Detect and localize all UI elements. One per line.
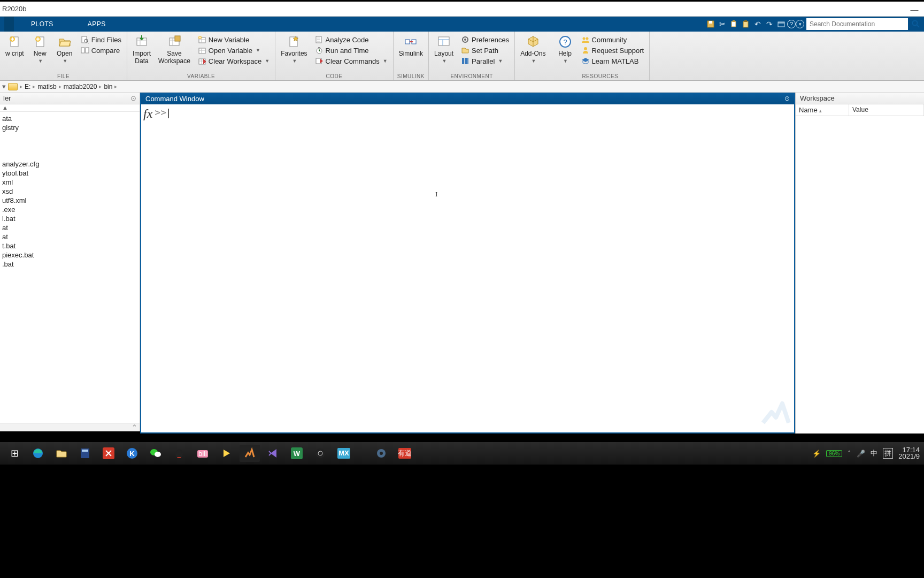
copy-icon[interactable] (728, 18, 740, 30)
list-item[interactable]: .bat (1, 260, 140, 269)
list-item[interactable] (1, 132, 140, 141)
path-seg-1[interactable]: matlsb (37, 83, 56, 90)
simulink-button[interactable]: Simulink (397, 34, 425, 57)
import-data-button[interactable]: Import Data (130, 34, 153, 65)
workspace-col-value[interactable]: Value (849, 104, 924, 116)
list-item[interactable]: xml (1, 178, 140, 187)
path-seg-3[interactable]: bin (104, 83, 112, 90)
sort-indicator[interactable]: ▲ (0, 104, 140, 112)
addons-button[interactable]: Add-Ons ▼ (518, 34, 548, 64)
tray-ime-zh[interactable]: 中 (871, 448, 877, 458)
tray-ime-pin[interactable]: 拼 (883, 448, 893, 459)
taskbar-edge[interactable] (28, 445, 48, 462)
taskbar-wps-w[interactable]: W (287, 445, 307, 462)
taskbar-start[interactable]: ⊞ (4, 445, 25, 462)
taskbar-calc[interactable] (75, 445, 95, 462)
redo-icon[interactable]: ↷ (764, 18, 775, 30)
doc-search-input[interactable] (810, 20, 905, 28)
taskbar-play[interactable] (216, 445, 236, 462)
taskbar-gear[interactable] (371, 445, 391, 462)
qat-dropdown-icon[interactable]: ▾ (796, 20, 804, 28)
parallel-button[interactable]: Parallel ▼ (459, 56, 511, 66)
tab-apps[interactable]: APPS (71, 17, 123, 32)
tray-plug-icon[interactable]: ⚡ (812, 450, 821, 458)
doc-search[interactable] (806, 18, 908, 30)
list-item[interactable]: .exe (1, 205, 140, 214)
tab-plots[interactable]: PLOTS (14, 17, 71, 32)
pane-actions-icon[interactable]: ⊙ (130, 94, 136, 102)
community-button[interactable]: Community (579, 35, 646, 44)
open-variable-button[interactable]: Open Variable ▼ (196, 45, 272, 55)
workspace-header[interactable]: Name ▴ Value (796, 104, 924, 116)
workspace-col-name[interactable]: Name ▴ (796, 104, 849, 116)
pane-actions-icon[interactable]: ⊙ (784, 95, 790, 102)
save-icon[interactable] (705, 18, 717, 30)
new-script-button[interactable]: w cript (3, 34, 26, 57)
help-button[interactable]: ? Help ▼ (555, 34, 576, 64)
new-button[interactable]: New ▼ (29, 34, 51, 64)
command-window-title[interactable]: Command Window ⊙ (141, 93, 794, 104)
fx-icon[interactable]: fx (143, 107, 155, 121)
open-button[interactable]: Open ▼ (54, 34, 75, 64)
search-button[interactable] (908, 17, 924, 32)
undo-icon[interactable]: ↶ (752, 18, 764, 30)
taskbar-wechat[interactable] (145, 445, 166, 462)
find-files-button[interactable]: Find Files (79, 35, 124, 44)
paste-icon[interactable] (740, 18, 752, 30)
tray-clock[interactable]: 17:14 2021/9 (898, 447, 920, 460)
list-item[interactable]: ata (1, 114, 140, 123)
path-drive[interactable]: E: (25, 83, 30, 90)
run-and-time-button[interactable]: Run and Time (313, 45, 390, 55)
browse-button[interactable]: ▾ (2, 82, 6, 90)
list-item[interactable]: at (1, 223, 140, 232)
svg-text:有道: 有道 (398, 449, 411, 457)
path-seg-2[interactable]: matlab2020 (64, 83, 97, 90)
minimize-button[interactable]: — (907, 2, 922, 17)
taskbar-vs[interactable] (263, 445, 283, 462)
cut-icon[interactable]: ✂ (717, 18, 728, 30)
list-item[interactable]: at (1, 232, 140, 241)
taskbar-youdao[interactable]: 有道 (395, 445, 415, 462)
list-item[interactable]: analyzer.cfg (1, 159, 140, 169)
taskbar-dark-circle[interactable] (310, 445, 330, 462)
list-item[interactable]: xsd (1, 187, 140, 196)
folder-icon[interactable] (8, 83, 18, 90)
request-support-button[interactable]: Request Support (579, 45, 646, 55)
list-item[interactable]: piexec.bat (1, 250, 140, 260)
tray-chevron-up-icon[interactable]: ˄ (848, 450, 851, 458)
list-item[interactable]: ytool.bat (1, 169, 140, 178)
taskbar-bili[interactable]: bili (192, 445, 213, 462)
list-item[interactable] (1, 141, 140, 150)
list-item[interactable]: utf8.xml (1, 196, 140, 205)
command-window[interactable]: fx >> I (141, 104, 794, 432)
learn-matlab-button[interactable]: Learn MATLAB (579, 56, 646, 66)
details-expand[interactable]: ⌃ (0, 423, 140, 431)
layout-button[interactable]: Layout ▼ (432, 34, 456, 64)
clear-commands-button[interactable]: Clear Commands ▼ (313, 56, 390, 66)
new-variable-button[interactable]: New Variable (196, 35, 272, 44)
taskbar-app-red[interactable] (98, 445, 119, 462)
list-item[interactable]: t.bat (1, 241, 140, 250)
taskbar-explorer[interactable] (51, 445, 72, 462)
help-icon[interactable]: ? (787, 20, 796, 28)
taskbar-qq[interactable] (169, 445, 189, 462)
tab-home-handle[interactable] (4, 17, 14, 32)
battery-indicator[interactable]: 96% (826, 450, 842, 457)
list-item[interactable] (1, 150, 140, 159)
set-path-button[interactable]: Set Path (459, 45, 511, 55)
file-list[interactable]: atagistry analyzer.cfgytool.batxmlxsdutf… (0, 112, 140, 423)
list-item[interactable]: gistry (1, 123, 140, 132)
taskbar-app-k[interactable]: K (122, 445, 142, 462)
taskbar-matlab[interactable] (240, 445, 260, 462)
list-item[interactable]: l.bat (1, 214, 140, 223)
save-workspace-button[interactable]: Save Workspace (156, 34, 192, 65)
compare-button[interactable]: Compare (79, 45, 124, 55)
tray-mic-icon[interactable]: 🎤 (857, 450, 865, 458)
switch-windows-icon[interactable] (775, 18, 787, 30)
new-variable-icon (198, 35, 206, 44)
taskbar-mx[interactable]: MX (334, 445, 354, 462)
favorites-button[interactable]: Favorites ▼ (279, 34, 309, 64)
preferences-button[interactable]: Preferences (459, 35, 511, 44)
clear-workspace-button[interactable]: Clear Workspace ▼ (196, 56, 272, 66)
analyze-code-button[interactable]: Analyze Code (313, 35, 390, 44)
